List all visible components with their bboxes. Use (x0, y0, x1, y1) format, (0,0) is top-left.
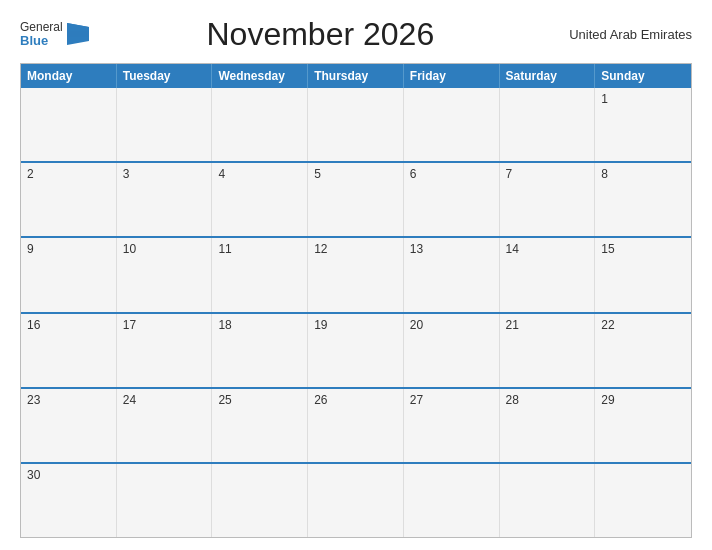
day-number-29: 29 (601, 393, 685, 407)
day-number-24: 24 (123, 393, 206, 407)
calendar-day-14: 14 (500, 238, 596, 311)
calendar-day-24: 24 (117, 389, 213, 462)
day-number-1: 1 (601, 92, 685, 106)
calendar-day-5: 5 (308, 163, 404, 236)
calendar-day-27: 27 (404, 389, 500, 462)
calendar-day-11: 11 (212, 238, 308, 311)
day-number-25: 25 (218, 393, 301, 407)
calendar-day-4: 4 (212, 163, 308, 236)
calendar-day-8: 8 (595, 163, 691, 236)
logo-blue-text: Blue (20, 34, 63, 48)
logo-general-text: General (20, 21, 63, 34)
calendar-day-28: 28 (500, 389, 596, 462)
day-number-8: 8 (601, 167, 685, 181)
calendar-empty-cell (595, 464, 691, 537)
calendar-day-6: 6 (404, 163, 500, 236)
calendar-day-30: 30 (21, 464, 117, 537)
day-number-26: 26 (314, 393, 397, 407)
header-monday: Monday (21, 64, 117, 88)
calendar-day-29: 29 (595, 389, 691, 462)
day-number-21: 21 (506, 318, 589, 332)
calendar-day-3: 3 (117, 163, 213, 236)
calendar-empty-cell (308, 464, 404, 537)
calendar-day-16: 16 (21, 314, 117, 387)
calendar-week-4: 16171819202122 (21, 312, 691, 387)
day-number-23: 23 (27, 393, 110, 407)
day-number-7: 7 (506, 167, 589, 181)
header-wednesday: Wednesday (212, 64, 308, 88)
day-number-6: 6 (410, 167, 493, 181)
day-number-9: 9 (27, 242, 110, 256)
header-friday: Friday (404, 64, 500, 88)
day-number-11: 11 (218, 242, 301, 256)
calendar-body: 1234567891011121314151617181920212223242… (21, 88, 691, 537)
calendar-week-6: 30 (21, 462, 691, 537)
calendar-day-9: 9 (21, 238, 117, 311)
calendar-week-1: 1 (21, 88, 691, 161)
calendar-day-19: 19 (308, 314, 404, 387)
day-number-14: 14 (506, 242, 589, 256)
calendar-day-1: 1 (595, 88, 691, 161)
calendar-day-20: 20 (404, 314, 500, 387)
day-number-22: 22 (601, 318, 685, 332)
calendar-page: General Blue November 2026 United Arab E… (0, 0, 712, 550)
calendar-day-12: 12 (308, 238, 404, 311)
calendar-day-21: 21 (500, 314, 596, 387)
calendar-empty-cell (404, 88, 500, 161)
day-number-28: 28 (506, 393, 589, 407)
day-number-18: 18 (218, 318, 301, 332)
header-tuesday: Tuesday (117, 64, 213, 88)
day-number-5: 5 (314, 167, 397, 181)
calendar-day-23: 23 (21, 389, 117, 462)
calendar-empty-cell (117, 88, 213, 161)
calendar-empty-cell (500, 464, 596, 537)
calendar-day-26: 26 (308, 389, 404, 462)
calendar-day-7: 7 (500, 163, 596, 236)
day-number-27: 27 (410, 393, 493, 407)
calendar-empty-cell (500, 88, 596, 161)
calendar-week-3: 9101112131415 (21, 236, 691, 311)
logo-flag-icon (67, 23, 89, 45)
day-number-13: 13 (410, 242, 493, 256)
svg-marker-1 (67, 23, 89, 31)
page-header: General Blue November 2026 United Arab E… (20, 16, 692, 53)
header-saturday: Saturday (500, 64, 596, 88)
calendar-empty-cell (404, 464, 500, 537)
day-number-16: 16 (27, 318, 110, 332)
day-number-30: 30 (27, 468, 110, 482)
day-number-20: 20 (410, 318, 493, 332)
calendar-header: Monday Tuesday Wednesday Thursday Friday… (21, 64, 691, 88)
calendar-day-18: 18 (212, 314, 308, 387)
calendar-grid: Monday Tuesday Wednesday Thursday Friday… (20, 63, 692, 538)
svg-marker-2 (67, 31, 89, 37)
calendar-week-2: 2345678 (21, 161, 691, 236)
calendar-day-22: 22 (595, 314, 691, 387)
header-sunday: Sunday (595, 64, 691, 88)
calendar-week-5: 23242526272829 (21, 387, 691, 462)
day-number-17: 17 (123, 318, 206, 332)
header-thursday: Thursday (308, 64, 404, 88)
day-number-12: 12 (314, 242, 397, 256)
country-label: United Arab Emirates (552, 27, 692, 42)
calendar-day-13: 13 (404, 238, 500, 311)
calendar-empty-cell (212, 88, 308, 161)
calendar-day-2: 2 (21, 163, 117, 236)
day-number-3: 3 (123, 167, 206, 181)
day-number-19: 19 (314, 318, 397, 332)
calendar-day-17: 17 (117, 314, 213, 387)
calendar-empty-cell (212, 464, 308, 537)
page-title: November 2026 (89, 16, 552, 53)
day-number-2: 2 (27, 167, 110, 181)
calendar-day-10: 10 (117, 238, 213, 311)
calendar-day-25: 25 (212, 389, 308, 462)
day-number-4: 4 (218, 167, 301, 181)
calendar-empty-cell (21, 88, 117, 161)
logo: General Blue (20, 21, 89, 48)
calendar-empty-cell (117, 464, 213, 537)
calendar-empty-cell (308, 88, 404, 161)
day-number-10: 10 (123, 242, 206, 256)
day-number-15: 15 (601, 242, 685, 256)
calendar-day-15: 15 (595, 238, 691, 311)
